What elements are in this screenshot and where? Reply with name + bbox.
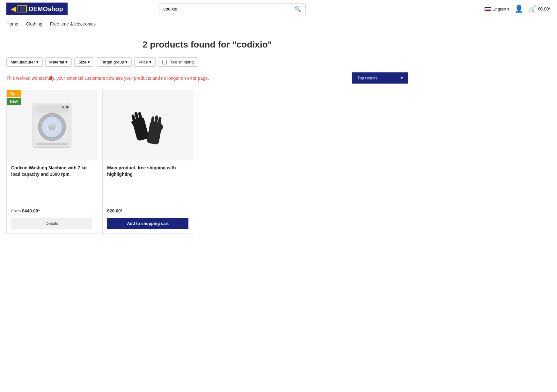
size-label: Size: [78, 60, 86, 64]
search-button[interactable]: 🔍: [290, 4, 305, 15]
page-title: 2 products found for "codixio": [6, 40, 408, 50]
target-group-filter[interactable]: Target group ▾: [97, 57, 132, 67]
product-image-area: Tip New: [7, 90, 97, 160]
search-bar: 🔍: [159, 3, 306, 15]
svg-rect-8: [36, 143, 68, 145]
flag-icon: [484, 7, 491, 11]
manufacturer-filter[interactable]: Manufacturer ▾: [6, 57, 43, 67]
cart-total: €0.00*: [538, 6, 550, 11]
product-actions: Add to shopping cart: [103, 218, 193, 233]
price-value: €449.00*: [22, 208, 40, 213]
logo-text: DEMOshop: [29, 5, 63, 13]
product-card: Main product, free shipping with highlig…: [102, 90, 193, 234]
price-filter[interactable]: Price ▾: [134, 57, 156, 67]
product-price: From €449.00*: [11, 205, 92, 213]
product-info: Codixio Washing Machine with 7 kg load c…: [7, 160, 97, 218]
material-filter[interactable]: Material ▾: [45, 57, 72, 67]
tip-message: This worked wonderfully, your potential …: [6, 76, 348, 81]
nav-free-time[interactable]: Free time & electronics: [50, 21, 96, 26]
product-actions: Details: [7, 218, 97, 233]
free-shipping-label: Free shipping: [169, 60, 194, 64]
tip-row: This worked wonderfully, your potential …: [6, 72, 408, 84]
product-grid: Tip New Codixio Washin: [6, 90, 408, 234]
logo-arrow-icon: ◀: [11, 5, 16, 13]
new-badge: New: [7, 98, 21, 105]
washing-machine-image: [30, 101, 74, 149]
search-input[interactable]: [159, 4, 290, 15]
svg-point-2: [62, 106, 64, 108]
add-to-cart-button[interactable]: Add to shopping cart: [107, 218, 188, 229]
lang-chevron-icon: ▾: [507, 7, 509, 11]
material-chevron-icon: ▾: [65, 60, 68, 64]
price-chevron-icon: ▾: [149, 60, 151, 64]
sort-button[interactable]: Top results ▾: [352, 72, 408, 84]
nav-clothing[interactable]: Clothing: [26, 21, 42, 26]
sort-chevron-icon: ▾: [401, 76, 403, 80]
cart-button[interactable]: 🛒 €0.00*: [528, 5, 550, 13]
logo-icon-box: ⬛: [18, 5, 27, 12]
price-value: €20.00*: [107, 208, 122, 213]
tip-badge: Tip: [7, 90, 21, 97]
free-shipping-filter[interactable]: Free shipping: [158, 57, 198, 67]
main-content: 2 products found for "codixio" Manufactu…: [0, 30, 414, 237]
user-account-icon[interactable]: 👤: [515, 5, 523, 13]
header: ◀ ⬛ DEMOshop 🔍 English ▾ 👤 🛒 €0.00*: [0, 0, 557, 18]
price-label: Price: [138, 60, 148, 64]
badge-container: Tip New: [7, 90, 21, 105]
logo[interactable]: ◀ ⬛ DEMOshop: [6, 3, 68, 15]
free-shipping-checkbox[interactable]: [162, 60, 167, 64]
filters-row: Manufacturer ▾ Material ▾ Size ▾ Target …: [6, 57, 408, 67]
price-from-label: From: [11, 209, 22, 213]
main-nav: Home Clothing Free time & electronics: [0, 18, 557, 30]
size-chevron-icon: ▾: [88, 60, 90, 64]
manufacturer-label: Manufacturer: [11, 60, 35, 64]
target-group-chevron-icon: ▾: [125, 60, 128, 64]
product-name: Main product, free shipping with highlig…: [107, 165, 188, 177]
svg-point-3: [66, 106, 69, 108]
cart-icon: 🛒: [528, 5, 536, 13]
sort-label: Top results: [357, 76, 377, 80]
size-filter[interactable]: Size ▾: [74, 57, 94, 67]
gloves-image: [127, 101, 169, 149]
product-name: Codixio Washing Machine with 7 kg load c…: [11, 165, 92, 177]
product-image-area: [103, 90, 193, 160]
nav-home[interactable]: Home: [6, 21, 18, 26]
details-button[interactable]: Details: [11, 218, 92, 229]
product-info: Main product, free shipping with highlig…: [103, 160, 193, 218]
manufacturer-chevron-icon: ▾: [36, 60, 39, 64]
product-price: €20.00*: [107, 205, 188, 213]
lang-selector[interactable]: English ▾: [484, 7, 510, 11]
product-card: Tip New Codixio Washin: [6, 90, 97, 234]
lang-label: English: [493, 7, 506, 11]
target-group-label: Target group: [101, 60, 124, 64]
material-label: Material: [49, 60, 64, 64]
header-right: English ▾ 👤 🛒 €0.00*: [484, 5, 551, 13]
